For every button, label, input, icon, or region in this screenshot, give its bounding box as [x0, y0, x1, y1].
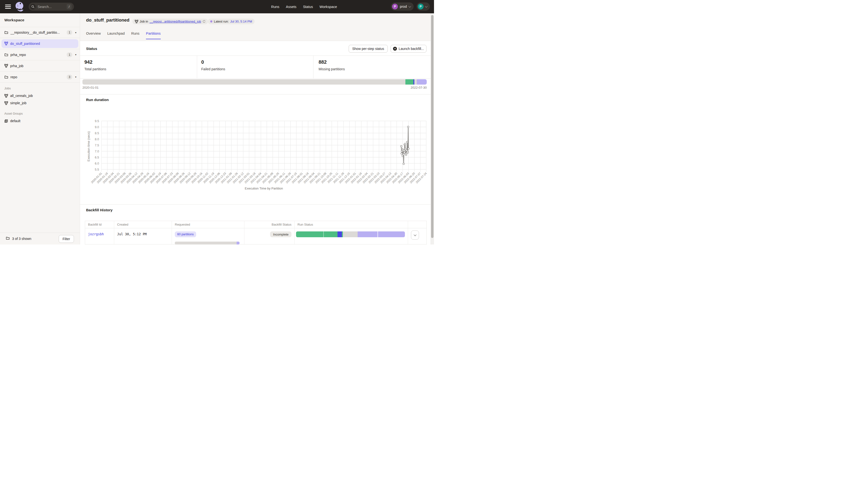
caret-down-icon[interactable]: ▾ [75, 53, 76, 56]
latest-run-time-link[interactable]: Jul 30, 5:14 PM [230, 20, 252, 23]
svg-text:6.5: 6.5 [95, 156, 99, 159]
col-run-status: Run Status [294, 221, 408, 228]
job-origin-link[interactable]: __reposi...artitioned@partitioned_job [150, 20, 201, 23]
col-backfill-status: Backfill Status [244, 221, 294, 228]
backfill-requested-cell: 60 partitions 2020-01-01 2022-07-30 [172, 228, 244, 244]
item-count-badge: 1 [67, 52, 72, 57]
partition-status-segment [417, 79, 427, 85]
col-actions [408, 221, 427, 228]
filter-button[interactable]: Filter [59, 235, 74, 243]
expand-row-button[interactable] [411, 230, 419, 240]
job-icon [135, 20, 138, 23]
caret-down-icon[interactable]: ▾ [75, 31, 76, 34]
sidebar-item--repository-do-stuff-partitio-[interactable]: __repository__do_stuff_partitio...1▾ [0, 27, 80, 38]
backfill-created-time: Jul 30, 5:12 PM [114, 228, 172, 244]
nav-assets[interactable]: Assets [286, 5, 297, 9]
sidebar-item-label: do_stuff_partitioned [10, 42, 75, 45]
sidebar-job-all_cereals_job[interactable]: all_cereals_job [0, 92, 80, 99]
backfill-id-link[interactable]: jozrgsbh [85, 228, 114, 244]
col-backfill-id: Backfill Id [85, 221, 114, 228]
sidebar-item-prha-repo[interactable]: prha_repo1▾ [0, 49, 80, 60]
job-icon [4, 101, 8, 105]
sidebar-item-do-stuff-partitioned[interactable]: do_stuff_partitioned [0, 38, 80, 49]
sidebar-item-repo[interactable]: repo3▾ [0, 71, 80, 83]
partition-status-segment [414, 79, 417, 85]
deployment-switcher[interactable]: P prod [391, 2, 414, 11]
sidebar-job-simple_job[interactable]: simple_job [0, 99, 80, 107]
row-actions-cell [408, 228, 427, 244]
chevron-down-icon [414, 233, 416, 236]
run-status-dot [210, 20, 212, 23]
item-label: simple_job [10, 101, 26, 105]
search-shortcut-key: / [67, 4, 71, 9]
tab-partitions[interactable]: Partitions [146, 32, 160, 39]
sidebar-jobs: all_cereals_jobsimple_job [0, 92, 80, 107]
divider [80, 94, 431, 95]
stat-value: 0 [201, 59, 225, 65]
nav-runs[interactable]: Runs [271, 5, 279, 9]
launch-backfill-button[interactable]: + Launch backfill... [391, 45, 427, 53]
show-per-step-status-button[interactable]: Show per-step status [349, 45, 388, 53]
sidebar-asset-group-default[interactable]: default [0, 117, 80, 125]
reload-repository-icon[interactable] [203, 20, 206, 23]
partition-status-bar[interactable] [83, 79, 427, 85]
job-tabs: Overview Launchpad Runs Partitions [86, 32, 161, 39]
svg-text:Execution Time by Partition: Execution Time by Partition [245, 187, 283, 190]
job-icon [4, 94, 8, 98]
sidebar-item-label: prha_job [10, 64, 76, 68]
nav-status[interactable]: Status [303, 5, 313, 9]
folder-icon [4, 75, 8, 79]
requested-partitions-badge[interactable]: 60 partitions [175, 231, 196, 237]
top-nav-links: Runs Assets Status Workspace [271, 0, 337, 13]
sidebar-item-prha-job[interactable]: prha_job [0, 60, 80, 71]
page-scrollbar-thumb[interactable] [431, 15, 434, 238]
dagster-logo-icon[interactable] [14, 1, 25, 12]
partition-range-end: 2022-07-30 [402, 86, 427, 90]
run-status-bar[interactable] [296, 231, 405, 237]
col-requested: Requested [172, 221, 244, 228]
dagster-app: / Runs Assets Status Workspace P prod P … [0, 0, 434, 244]
col-created: Created [114, 221, 172, 228]
folder-icon [4, 53, 8, 57]
search-input[interactable] [38, 5, 62, 9]
stat-value: 942 [84, 59, 106, 65]
tab-runs[interactable]: Runs [131, 32, 140, 39]
divider [80, 78, 431, 78]
svg-text:6.0: 6.0 [95, 162, 99, 165]
requested-range-bar [175, 241, 240, 244]
svg-text:9.0: 9.0 [95, 126, 99, 129]
table-row: jozrgsbh Jul 30, 5:12 PM 60 partitions 2… [85, 228, 427, 244]
jobs-section-label: Jobs [0, 87, 80, 90]
latest-run-badge: Latest run: Jul 30, 5:14 PM [208, 19, 255, 24]
sidebar-footer: 3 of 3 shown Filter [0, 233, 80, 244]
svg-text:8.0: 8.0 [95, 138, 99, 141]
requested-range-segment [175, 241, 237, 244]
grid-icon [4, 119, 8, 123]
job-origin-badge: Job in __reposi...artitioned@partitioned… [132, 19, 208, 24]
svg-text:8.5: 8.5 [95, 132, 99, 135]
latest-run-label: Latest run: [214, 20, 229, 23]
search-icon [30, 4, 36, 9]
stat-label: Total partitions [84, 67, 106, 71]
item-count-badge: 3 [67, 75, 72, 79]
nav-workspace[interactable]: Workspace [319, 5, 337, 9]
tab-launchpad[interactable]: Launchpad [107, 32, 125, 39]
run-duration-heading: Run duration [86, 98, 108, 102]
stat-failed-partitions: 0 Failed partitions [201, 59, 225, 71]
deployment-avatar: P [392, 4, 398, 9]
tab-overview[interactable]: Overview [86, 32, 101, 39]
hamburger-menu-icon[interactable] [5, 5, 11, 9]
svg-text:7.5: 7.5 [95, 144, 99, 147]
top-nav-bar: / Runs Assets Status Workspace P prod P [0, 0, 434, 13]
caret-down-icon[interactable]: ▾ [75, 75, 76, 78]
run-status-cell [294, 228, 408, 244]
user-menu[interactable]: P [416, 2, 430, 11]
global-search[interactable]: / [29, 3, 74, 11]
stat-label: Failed partitions [201, 67, 225, 71]
partition-range-start: 2020-01-01 [83, 86, 99, 90]
sidebar-item-label: repo [10, 75, 65, 79]
launch-backfill-label: Launch backfill... [399, 47, 424, 51]
svg-text:9.5: 9.5 [95, 120, 99, 123]
folder-icon [6, 236, 10, 241]
asset-groups-section-label: Asset Groups [0, 112, 80, 115]
